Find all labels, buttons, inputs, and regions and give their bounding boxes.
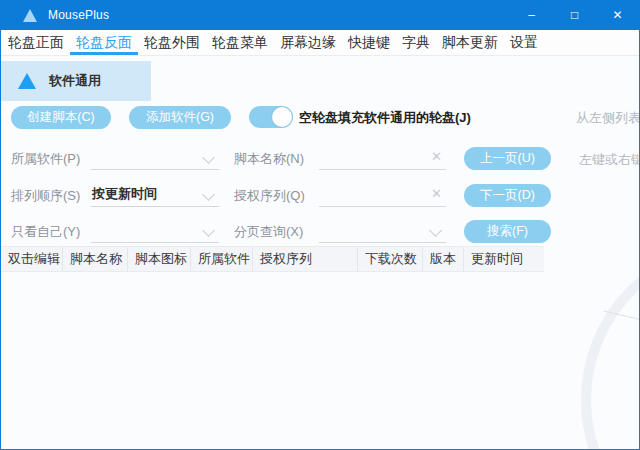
table-header-row: 双击编辑脚本名称脚本图标所属软件授权序列下载次数版本更新时间 (1, 246, 544, 272)
column-header-3: 所属软件 (191, 247, 253, 271)
license-serial-input[interactable]: ✕ (319, 183, 446, 207)
app-logo-icon (23, 9, 37, 22)
owner-software-label: 所属软件(P) (11, 150, 80, 168)
toggle-label: 空轮盘填充软件通用的轮盘(J) (299, 109, 471, 127)
tab-hotkeys[interactable]: 快捷键 (342, 30, 396, 55)
search-button[interactable]: 搜索(F) (464, 220, 551, 243)
only-mine-label: 只看自己(Y) (11, 223, 80, 241)
tab-wheel-back[interactable]: 轮盘反面 (70, 30, 138, 55)
only-mine-dropdown[interactable] (91, 219, 219, 243)
next-page-button[interactable]: 下一页(D) (464, 184, 551, 207)
chevron-down-icon (202, 224, 215, 237)
sort-order-label: 排列顺序(S) (11, 187, 80, 205)
create-script-button[interactable]: 创建脚本(C) (11, 106, 111, 129)
subtab-label: 软件通用 (49, 72, 101, 90)
tab-wheel-front[interactable]: 轮盘正面 (2, 30, 70, 55)
cursor-triangle-icon (18, 73, 36, 89)
tab-settings[interactable]: 设置 (504, 30, 544, 55)
tab-script-update[interactable]: 脚本更新 (436, 30, 504, 55)
close-button[interactable]: ✕ (596, 0, 639, 30)
toggle-knob (272, 107, 292, 127)
wheel-watermark (581, 240, 640, 450)
window-controls: – □ ✕ (510, 0, 639, 30)
script-name-label: 脚本名称(N) (234, 150, 304, 168)
column-header-7: 更新时间 (464, 247, 544, 271)
sort-order-dropdown[interactable]: 按更新时间 (91, 183, 219, 207)
column-header-0: 双击编辑 (1, 247, 63, 271)
tab-screen-edge[interactable]: 屏幕边缘 (274, 30, 342, 55)
clear-icon[interactable]: ✕ (431, 186, 442, 201)
tab-wheel-menu[interactable]: 轮盘菜单 (206, 30, 274, 55)
tab-dictionary[interactable]: 字典 (396, 30, 436, 55)
app-title: MousePlus (48, 8, 109, 22)
script-name-input[interactable]: ✕ (319, 146, 446, 170)
subtab-software-general[interactable]: 软件通用 (1, 61, 151, 101)
title-bar: MousePlus – □ ✕ (1, 0, 639, 30)
column-header-6: 版本 (423, 247, 464, 271)
chevron-down-icon (202, 151, 215, 164)
dropdown-value: 按更新时间 (91, 183, 219, 205)
fill-wheel-toggle[interactable] (249, 106, 293, 128)
add-software-button[interactable]: 添加软件(G) (129, 106, 231, 129)
toolbar-right-hint: 从左侧列表 (576, 109, 640, 127)
page-query-dropdown[interactable] (319, 219, 446, 243)
page-query-label: 分页查询(X) (234, 223, 303, 241)
license-serial-label: 授权序列(Q) (234, 187, 305, 205)
tab-wheel-outer[interactable]: 轮盘外围 (138, 30, 206, 55)
column-header-2: 脚本图标 (128, 247, 191, 271)
column-header-5: 下载次数 (358, 247, 423, 271)
chevron-down-icon (429, 224, 442, 237)
row1-right-hint: 左键或右键 (579, 151, 640, 169)
column-header-4: 授权序列 (253, 247, 358, 271)
main-tab-bar: 轮盘正面 轮盘反面 轮盘外围 轮盘菜单 屏幕边缘 快捷键 字典 脚本更新 设置 (1, 30, 639, 56)
column-header-1: 脚本名称 (63, 247, 128, 271)
previous-page-button[interactable]: 上一页(U) (464, 147, 551, 170)
clear-icon[interactable]: ✕ (431, 149, 442, 164)
app-window: MousePlus – □ ✕ 轮盘正面 轮盘反面 轮盘外围 轮盘菜单 屏幕边缘… (0, 0, 640, 450)
maximize-button[interactable]: □ (553, 0, 596, 30)
owner-software-dropdown[interactable] (91, 146, 219, 170)
minimize-button[interactable]: – (510, 0, 553, 30)
